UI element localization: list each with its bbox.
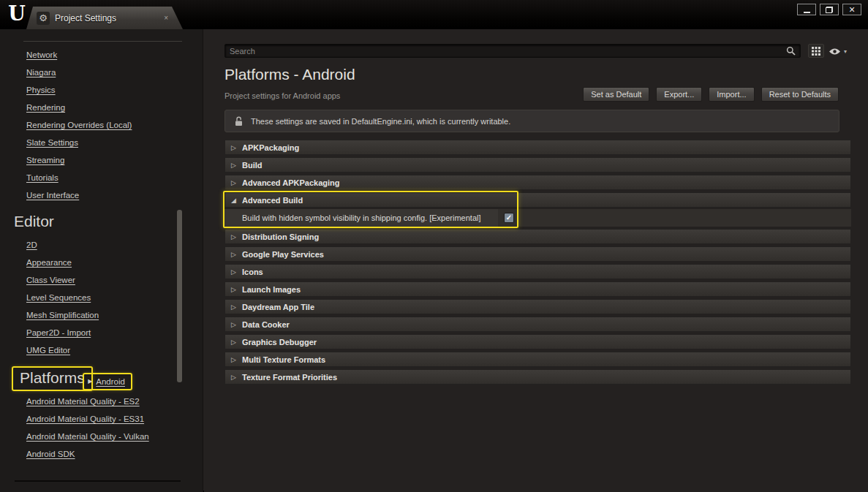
search-input[interactable] [230, 47, 786, 56]
section-label: APKPackaging [242, 143, 299, 152]
section-label: Multi Texture Formats [242, 355, 325, 364]
section-label: Advanced APKPackaging [242, 178, 339, 187]
reset-to-defaults-button[interactable]: Reset to Defaults [761, 87, 839, 102]
section-multi-texture-formats[interactable]: ▷ Multi Texture Formats [224, 352, 851, 367]
sidebar-section-editor: Editor [14, 210, 182, 233]
window-controls: × [797, 4, 861, 15]
settings-sections: ▷ APKPackaging ▷ Build ▷ Advanced APKPac… [224, 140, 851, 387]
sidebar-bottom-divider [15, 480, 181, 482]
chevron-right-icon: ▷ [230, 286, 237, 293]
project-settings-window: U ⚙ Project Settings × × Network Niagara… [0, 0, 868, 492]
sidebar-item-rendering-overrides[interactable]: Rendering Overrides (Local) [26, 116, 182, 134]
section-google-play-services[interactable]: ▷ Google Play Services [224, 246, 851, 262]
settings-main: ▾ Platforms - Android Project settings f… [204, 29, 868, 492]
view-options-button[interactable] [808, 44, 824, 58]
search-box[interactable] [224, 44, 801, 58]
section-label: Daydream App Tile [242, 303, 314, 311]
tab-project-settings[interactable]: ⚙ Project Settings × [26, 7, 183, 29]
sidebar-item-umg-editor[interactable]: UMG Editor [26, 341, 182, 359]
chevron-right-icon: ▷ [230, 338, 237, 346]
section-daydream-app-tile[interactable]: ▷ Daydream App Tile [224, 299, 851, 314]
section-advanced-build[interactable]: ◢ Advanced Build [224, 192, 851, 208]
section-distribution-signing[interactable]: ▷ Distribution Signing [224, 229, 851, 244]
section-label: Graphics Debugger [242, 338, 317, 347]
sidebar-item-mesh-simplification[interactable]: Mesh Simplification [26, 306, 182, 324]
chevron-right-icon: ▷ [230, 251, 237, 258]
section-label: Google Play Services [242, 250, 324, 259]
sidebar-item-android-material-quality-es31[interactable]: Android Material Quality - ES31 [26, 410, 182, 428]
sidebar-item-class-viewer[interactable]: Class Viewer [26, 271, 182, 289]
sidebar-item-rendering[interactable]: Rendering [26, 99, 182, 116]
sidebar-item-2d[interactable]: 2D [26, 236, 182, 254]
set-as-default-button[interactable]: Set as Default [583, 87, 649, 102]
sidebar-item-level-sequences[interactable]: Level Sequences [26, 289, 182, 306]
chevron-right-icon: ▷ [230, 374, 237, 381]
section-build[interactable]: ▷ Build [224, 157, 851, 173]
section-launch-images[interactable]: ▷ Launch Images [224, 281, 851, 297]
platforms-header-label: Platforms [20, 369, 85, 387]
close-icon: × [849, 4, 855, 15]
export-button[interactable]: Export... [656, 87, 702, 102]
import-button[interactable]: Import... [709, 87, 754, 102]
settings-sidebar: Network Niagara Physics Rendering Render… [0, 29, 203, 492]
tab-close-icon[interactable]: × [164, 14, 168, 22]
restore-button[interactable] [820, 4, 839, 15]
sidebar-item-android-material-quality-es2[interactable]: Android Material Quality - ES2 [26, 393, 182, 410]
sidebar-scrollbar[interactable] [177, 210, 182, 382]
section-label: Launch Images [242, 285, 301, 294]
visibility-filter-button[interactable]: ▾ [829, 45, 847, 57]
chevron-right-icon: ▷ [230, 179, 237, 186]
title-bar: U ⚙ Project Settings × × [0, 0, 868, 29]
section-icons[interactable]: ▷ Icons [224, 264, 851, 279]
sidebar-item-streaming[interactable]: Streaming [26, 151, 182, 169]
sidebar-item-appearance[interactable]: Appearance [26, 254, 182, 271]
sidebar-item-tutorials[interactable]: Tutorials [26, 169, 182, 186]
section-texture-format-priorities[interactable]: ▷ Texture Format Priorities [224, 369, 851, 385]
chevron-down-icon: ▾ [844, 48, 847, 55]
sidebar-item-network[interactable]: Network [26, 46, 182, 64]
check-icon: ✓ [506, 213, 512, 223]
section-data-cooker[interactable]: ▷ Data Cooker [224, 317, 851, 332]
grid-icon [812, 47, 820, 56]
sidebar-section-platforms[interactable]: Platforms [12, 366, 93, 391]
section-advanced-build-group: ◢ Advanced Build Build with hidden symbo… [224, 192, 851, 227]
config-file-notice-text: These settings are saved in DefaultEngin… [251, 117, 510, 126]
property-label: Build with hidden symbol visibility in s… [224, 209, 498, 227]
sidebar-item-paper2d-import[interactable]: Paper2D - Import [26, 324, 182, 341]
section-label: Icons [242, 268, 263, 276]
chevron-right-icon: ▷ [230, 303, 237, 311]
chevron-right-icon: ▷ [230, 233, 237, 241]
section-label: Distribution Signing [242, 232, 319, 241]
config-file-notice: These settings are saved in DefaultEngin… [224, 110, 839, 132]
chevron-right-icon: ▷ [230, 321, 237, 328]
minimize-button[interactable] [797, 4, 816, 15]
sidebar-divider [23, 41, 182, 42]
sidebar-item-android-material-quality-vulkan[interactable]: Android Material Quality - Vulkan [26, 428, 182, 445]
page-title: Platforms - Android [224, 66, 355, 83]
sidebar-item-niagara[interactable]: Niagara [26, 64, 182, 81]
header-actions: Set as Default Export... Import... Reset… [583, 87, 839, 102]
sidebar-item-physics[interactable]: Physics [26, 81, 182, 99]
sidebar-item-slate-settings[interactable]: Slate Settings [26, 134, 182, 151]
chevron-right-icon: ▷ [230, 268, 237, 276]
sidebar-item-android-sdk[interactable]: Android SDK [26, 445, 182, 463]
section-label: Texture Format Priorities [242, 373, 337, 382]
hidden-symbol-visibility-checkbox[interactable]: ✓ [504, 213, 514, 223]
lock-icon [235, 116, 243, 126]
minimize-icon [804, 12, 810, 13]
chevron-right-icon: ▷ [230, 356, 237, 363]
chevron-expanded-icon: ◢ [230, 197, 237, 204]
section-apkpackaging[interactable]: ▷ APKPackaging [224, 140, 851, 155]
unreal-engine-logo-icon: U [6, 1, 28, 26]
sidebar-item-android[interactable]: ▶ Android [83, 373, 132, 390]
search-icon [786, 46, 796, 56]
property-row-hidden-symbol-visibility: Build with hidden symbol visibility in s… [224, 209, 851, 227]
selected-arrow-icon: ▶ [88, 378, 92, 385]
sidebar-item-user-interface[interactable]: User Interface [26, 186, 182, 204]
section-graphics-debugger[interactable]: ▷ Graphics Debugger [224, 334, 851, 349]
section-advanced-apkpackaging[interactable]: ▷ Advanced APKPackaging [224, 175, 851, 190]
section-label: Data Cooker [242, 320, 290, 329]
section-label: Build [242, 161, 263, 170]
close-button[interactable]: × [842, 4, 861, 15]
chevron-right-icon: ▷ [230, 162, 237, 169]
